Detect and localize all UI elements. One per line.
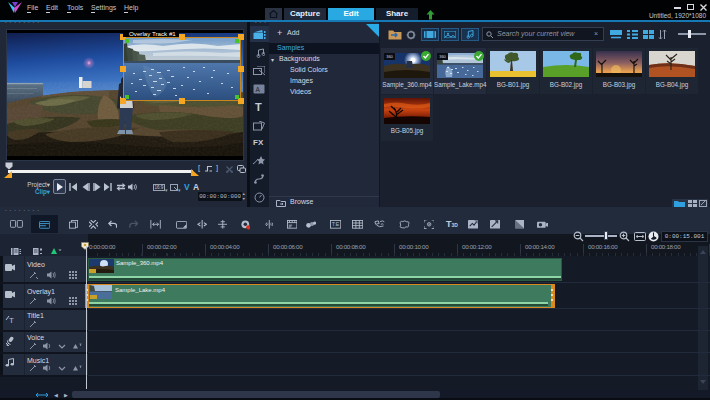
svg-text:T:E: T:E xyxy=(332,222,340,228)
svg-text:T: T xyxy=(9,316,14,324)
svg-text:A: A xyxy=(256,86,261,93)
